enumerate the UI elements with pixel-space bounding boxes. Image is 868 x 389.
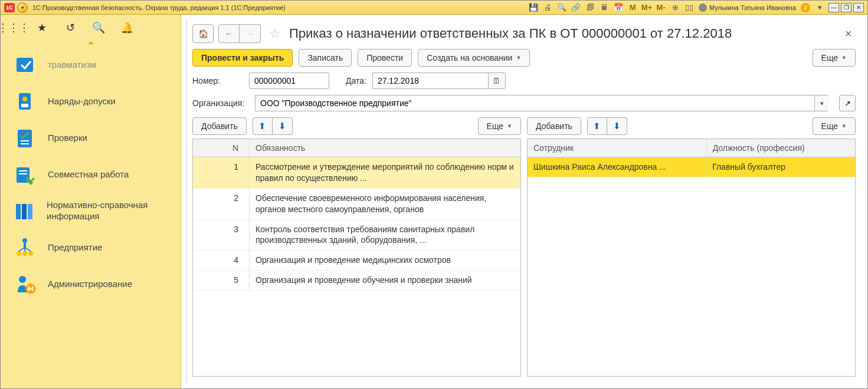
nav-icon	[12, 162, 37, 187]
employees-col-position[interactable]: Должность (профессия)	[707, 139, 855, 157]
nav-item-label: Проверки	[48, 133, 87, 144]
duties-move-down-button[interactable]: ⬇	[273, 117, 293, 135]
table-row[interactable]: 5 Организация и проведение обучения и пр…	[193, 271, 520, 291]
sidebar-item[interactable]: Администрирование	[1, 266, 181, 302]
table-row[interactable]: 3 Контроль соответствия требованиям сани…	[193, 220, 520, 251]
svg-rect-20	[30, 285, 32, 288]
sidebar-item[interactable]: Предприятие	[1, 229, 181, 266]
nav-item-label: Нормативно-справочная информация	[47, 200, 172, 222]
svg-rect-0	[17, 58, 33, 72]
employees-move-down-button[interactable]: ⬇	[607, 117, 627, 135]
more-label: Еще	[821, 53, 838, 62]
queue-icon[interactable]: 🗐	[584, 2, 597, 14]
m-minus-button[interactable]: M-	[654, 2, 667, 14]
number-input[interactable]	[249, 72, 329, 89]
employees-col-employee[interactable]: Сотрудник	[528, 139, 707, 157]
m-plus-button[interactable]: M+	[640, 2, 653, 14]
duties-col-n[interactable]: N	[193, 139, 250, 157]
sidebar-item[interactable]: Совместная работа	[1, 156, 181, 193]
date-input[interactable]	[372, 72, 488, 89]
panels-icon[interactable]: ▯▯	[683, 2, 696, 14]
notifications-icon[interactable]: 🔔	[121, 22, 133, 34]
table-row[interactable]: 1 Рассмотрение и утверждение мероприятий…	[193, 157, 520, 189]
info-caret[interactable]: ▾	[813, 2, 826, 14]
save-icon[interactable]: 💾	[527, 2, 540, 14]
zoom-icon[interactable]: ⊕	[669, 2, 682, 14]
link-icon[interactable]: 🔗	[569, 2, 582, 14]
cell-n: 2	[193, 189, 250, 219]
info-icon[interactable]: i	[801, 3, 810, 12]
cell-employee: Шишкина Раиса Александровна ...	[528, 157, 706, 177]
date-label: Дата:	[346, 76, 366, 85]
nav-item-label: Администрирование	[48, 279, 132, 290]
more-button[interactable]: Еще ▼	[813, 49, 856, 67]
number-date-row: Номер: Дата: 🗓	[186, 72, 862, 95]
calendar-picker-button[interactable]: 🗓	[488, 72, 506, 89]
post-and-close-button[interactable]: Провести и закрыть	[192, 49, 293, 67]
sidebar-item[interactable]: Проверки	[1, 120, 181, 156]
cell-n: 1	[193, 157, 250, 188]
nav-item-label: Совместная работа	[48, 169, 129, 180]
number-label: Номер:	[192, 76, 243, 85]
calendar-icon[interactable]: 📅	[612, 2, 625, 14]
sidebar-item[interactable]: Нормативно-справочная информация	[1, 193, 181, 229]
nav-back-button[interactable]: ←	[218, 24, 240, 43]
svg-rect-12	[28, 204, 32, 219]
organization-open-button[interactable]: ↗	[839, 95, 856, 111]
main-menu-button[interactable]: ▾	[17, 2, 28, 13]
chevron-down-icon: ▼	[507, 123, 512, 129]
create-based-on-button[interactable]: Создать на основании ▼	[418, 49, 530, 67]
table-row[interactable]: 2 Обеспечение своевременного информирова…	[193, 189, 520, 220]
calculator-icon[interactable]: 🖩	[598, 2, 611, 14]
sidebar-toolbar: ⋮⋮⋮ ★ ↺ 🔍 🔔	[1, 15, 181, 41]
sidebar-item[interactable]: травматизм	[1, 47, 181, 83]
organization-input[interactable]	[255, 95, 814, 111]
svg-rect-6	[21, 143, 29, 144]
employees-more-button[interactable]: Еще ▼	[813, 117, 856, 135]
employees-move-up-button[interactable]: ⬆	[587, 117, 607, 135]
nav-icon	[12, 235, 37, 260]
cell-duty: Организация и проведение обучения и пров…	[250, 271, 520, 290]
employees-grid: Сотрудник Должность (профессия) Шишкина …	[527, 139, 856, 377]
m-button[interactable]: M	[626, 2, 639, 14]
favorite-icon[interactable]: ★	[36, 22, 48, 34]
chevron-down-icon: ▼	[516, 55, 521, 61]
duties-more-button[interactable]: Еще ▼	[478, 117, 521, 135]
search-icon[interactable]: 🔍	[93, 22, 104, 34]
cell-duty: Обеспечение своевременного информировани…	[250, 189, 520, 219]
table-row[interactable]: 4 Организация и проведение медицинских о…	[193, 250, 520, 271]
duties-add-button[interactable]: Добавить	[192, 117, 247, 135]
cell-n: 4	[193, 250, 250, 270]
svg-rect-21	[30, 290, 32, 292]
print-icon[interactable]: 🖨	[541, 2, 554, 14]
home-button[interactable]: 🏠	[192, 24, 214, 43]
sidebar-item[interactable]: Наряды-допуски	[1, 83, 181, 120]
app-logo: 1C	[4, 3, 15, 12]
window-close[interactable]: ✕	[853, 3, 864, 12]
window-restore[interactable]: ❐	[841, 3, 851, 12]
close-tab-button[interactable]: ✕	[841, 28, 856, 39]
window-minimize[interactable]: —	[828, 3, 839, 12]
duties-move-up-button[interactable]: ⬆	[253, 117, 273, 135]
create-based-on-label: Создать на основании	[427, 53, 512, 62]
table-row[interactable]: Шишкина Раиса Александровна ... Главный …	[528, 157, 855, 177]
print-preview-icon[interactable]: 🔍	[555, 2, 568, 14]
titlebar: 1C ▾ 1С:Производственная безопасность. О…	[1, 1, 867, 15]
nav-icon	[12, 52, 37, 77]
svg-point-17	[28, 251, 33, 256]
history-icon[interactable]: ↺	[64, 22, 76, 34]
nav-icon	[12, 126, 37, 150]
user-menu[interactable]: Мулькина Татьяна Ивановна	[699, 4, 796, 12]
favorite-toggle[interactable]: ☆	[266, 26, 284, 41]
svg-point-13	[22, 238, 27, 243]
nav-item-label: Предприятие	[48, 242, 102, 253]
duties-col-duty[interactable]: Обязанность	[250, 139, 520, 157]
apps-icon[interactable]: ⋮⋮⋮	[8, 22, 19, 34]
post-button[interactable]: Провести	[358, 49, 412, 67]
save-button[interactable]: Записать	[299, 49, 352, 67]
cell-duty: Организация и проведение медицинских осм…	[250, 250, 520, 270]
organization-dropdown-button[interactable]: ▾	[814, 95, 828, 111]
employees-add-button[interactable]: Добавить	[527, 117, 581, 135]
organization-row: Организация: ▾ ↗	[186, 95, 862, 117]
nav-forward-button[interactable]: →	[240, 24, 261, 43]
